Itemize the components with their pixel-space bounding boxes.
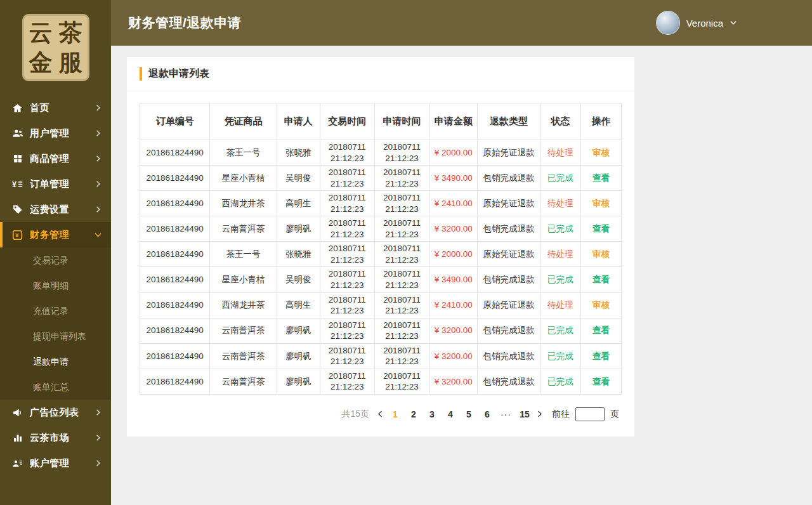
- cell-amount: ¥ 2410.00: [429, 191, 478, 216]
- page-button-4[interactable]: 4: [445, 409, 455, 419]
- sidebar-item-home[interactable]: 首页: [0, 95, 111, 121]
- sidebar-item-label: 首页: [30, 102, 95, 114]
- cell-refund-type: 包销完成退款: [478, 318, 540, 343]
- cell-refund-type: 包销完成退款: [478, 166, 540, 191]
- cell-applicant: 廖明矾: [277, 318, 320, 343]
- sidebar-item-label: 财务管理: [30, 229, 94, 241]
- cell-order-id: 201861824490: [140, 292, 210, 318]
- column-header: 操作: [580, 103, 621, 140]
- page-button-5[interactable]: 5: [464, 409, 474, 419]
- cell-status: 待处理: [540, 191, 580, 216]
- cell-applicant: 吴明俊: [277, 267, 320, 292]
- cell-applicant: 廖明矾: [277, 369, 320, 394]
- grid-icon: [11, 153, 23, 165]
- cell-amount: ¥ 3200.00: [429, 216, 478, 242]
- total-pages-label: 共15页: [341, 409, 369, 420]
- view-action-link[interactable]: 查看: [593, 173, 610, 183]
- page-button-15[interactable]: 15: [520, 409, 530, 419]
- content-area: 退款申请列表 订单编号凭证商品申请人交易时间申请时间申请金额退款类型状态操作 2…: [111, 46, 812, 505]
- next-page-button[interactable]: [535, 410, 544, 418]
- prev-page-button[interactable]: [376, 410, 384, 418]
- chevron-right-icon: [95, 409, 102, 416]
- home-icon: [11, 102, 23, 114]
- page-button-6[interactable]: 6: [482, 409, 492, 419]
- sidebar-item-shipping[interactable]: 运费设置: [0, 197, 111, 222]
- sidebar-item-label: 运费设置: [30, 204, 95, 216]
- sidebar-item-users[interactable]: 用户管理: [0, 121, 111, 146]
- sidebar-subitem-transaction-records[interactable]: 交易记录: [0, 247, 111, 273]
- review-action-link[interactable]: 审核: [593, 199, 610, 208]
- cell-refund-type: 原始凭证退款: [478, 191, 540, 216]
- view-action-link[interactable]: 查看: [593, 325, 610, 335]
- cell-apply-time: 2018071121:12:23: [374, 292, 429, 318]
- sidebar-item-account[interactable]: 账户管理: [0, 450, 111, 476]
- finance-icon: ¥: [11, 229, 23, 241]
- sidebar-item-orders[interactable]: ¥订单管理: [0, 171, 111, 197]
- cell-order-id: 201861824490: [140, 216, 210, 242]
- sidebar-item-finance[interactable]: ¥财务管理: [0, 222, 111, 247]
- column-header: 凭证商品: [210, 103, 277, 140]
- cell-product: 茶王一号: [210, 242, 277, 267]
- cell-product: 云南普洱茶: [210, 369, 277, 394]
- goto-page-input[interactable]: [575, 407, 605, 421]
- card-header: 退款申请列表: [127, 57, 634, 91]
- table-row: 201861824490西湖龙井茶高明生2018071121:12:232018…: [140, 292, 622, 318]
- sidebar-subitem-withdrawal-list[interactable]: 提现申请列表: [0, 324, 111, 349]
- page-ellipsis: ···: [501, 409, 511, 419]
- page-button-2[interactable]: 2: [409, 409, 419, 419]
- cell-apply-time: 2018071121:12:23: [374, 343, 429, 369]
- sidebar-item-tea-market[interactable]: 云茶市场: [0, 425, 111, 450]
- chevron-right-icon: [95, 180, 102, 188]
- cell-order-id: 201861824490: [140, 369, 210, 394]
- sidebar-subitem-bill-details[interactable]: 账单明细: [0, 273, 111, 298]
- page-suffix-label: 页: [610, 409, 619, 420]
- cell-product: 云南普洱茶: [210, 343, 277, 369]
- cell-refund-type: 包销完成退款: [478, 369, 540, 394]
- cell-product: 云南普洱茶: [210, 318, 277, 343]
- sidebar-item-label: 广告位列表: [30, 407, 95, 419]
- column-header: 状态: [540, 103, 580, 140]
- cell-trade-time: 2018071121:12:23: [320, 369, 374, 394]
- table-row: 201861824490西湖龙井茶高明生2018071121:12:232018…: [140, 191, 622, 216]
- sidebar-subitem-bill-summary[interactable]: 账单汇总: [0, 374, 111, 400]
- sidebar-item-products[interactable]: 商品管理: [0, 146, 111, 171]
- user-name: Veronica: [686, 18, 723, 29]
- cell-order-id: 201861824490: [140, 267, 210, 292]
- table-row: 201861824490云南普洱茶廖明矾2018071121:12:232018…: [140, 343, 622, 369]
- cell-action: 查看: [580, 343, 621, 369]
- user-avatar[interactable]: [656, 11, 680, 35]
- cell-action: 查看: [580, 267, 621, 292]
- review-action-link[interactable]: 审核: [593, 148, 610, 157]
- cell-action: 查看: [580, 166, 621, 191]
- view-action-link[interactable]: 查看: [593, 377, 610, 386]
- cell-trade-time: 2018071121:12:23: [320, 343, 374, 369]
- cell-action: 审核: [580, 292, 621, 318]
- sidebar-item-label: 商品管理: [30, 153, 95, 165]
- view-action-link[interactable]: 查看: [593, 351, 610, 361]
- sidebar-item-ad-slots[interactable]: 广告位列表: [0, 400, 111, 425]
- table-wrapper: 订单编号凭证商品申请人交易时间申请时间申请金额退款类型状态操作 20186182…: [127, 91, 634, 397]
- cell-status: 待处理: [540, 292, 580, 318]
- cell-trade-time: 2018071121:12:23: [320, 191, 374, 216]
- cell-order-id: 201861824490: [140, 140, 210, 166]
- sidebar-subitem-recharge-records[interactable]: 充值记录: [0, 298, 111, 324]
- review-action-link[interactable]: 审核: [593, 249, 610, 259]
- cell-action: 审核: [580, 140, 621, 166]
- cell-trade-time: 2018071121:12:23: [320, 318, 374, 343]
- view-action-link[interactable]: 查看: [593, 224, 610, 233]
- cell-product: 星座小青桔: [210, 166, 277, 191]
- cell-status: 已完成: [540, 267, 580, 292]
- cell-refund-type: 包销完成退款: [478, 267, 540, 292]
- review-action-link[interactable]: 审核: [593, 300, 610, 310]
- cell-applicant: 张晓雅: [277, 140, 320, 166]
- cell-action: 查看: [580, 216, 621, 242]
- page-button-3[interactable]: 3: [427, 409, 437, 419]
- user-menu[interactable]: Veronica: [656, 11, 737, 35]
- chevron-right-icon: [95, 459, 102, 467]
- cell-product: 西湖龙井茶: [210, 191, 277, 216]
- page-button-1[interactable]: 1: [390, 409, 400, 419]
- refund-list-card: 退款申请列表 订单编号凭证商品申请人交易时间申请时间申请金额退款类型状态操作 2…: [127, 57, 634, 436]
- view-action-link[interactable]: 查看: [593, 275, 610, 284]
- sidebar-subitem-refund-application[interactable]: 退款申请: [0, 349, 111, 374]
- cell-status: 待处理: [540, 140, 580, 166]
